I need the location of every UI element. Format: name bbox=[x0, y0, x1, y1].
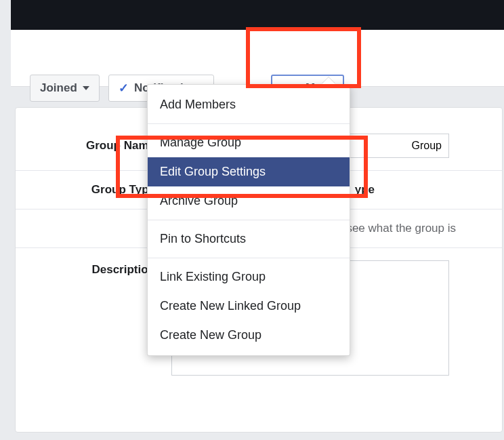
chevron-down-icon bbox=[83, 86, 89, 90]
check-icon: ✓ bbox=[119, 81, 129, 96]
menu-item-add-members[interactable]: Add Members bbox=[148, 90, 350, 119]
menu-item-manage-group[interactable]: Manage Group bbox=[148, 128, 350, 157]
menu-item-pin-to-shortcuts[interactable]: Pin to Shortcuts bbox=[148, 224, 350, 254]
menu-separator bbox=[148, 258, 350, 258]
menu-item-edit-group-settings[interactable]: Edit Group Settings bbox=[148, 157, 350, 186]
menu-separator bbox=[148, 123, 350, 124]
menu-item-create-new-group[interactable]: Create New Group bbox=[148, 321, 350, 350]
joined-button[interactable]: Joined bbox=[30, 75, 100, 102]
menu-caret-icon bbox=[322, 77, 335, 84]
more-dropdown: Add MembersManage GroupEdit Group Settin… bbox=[147, 84, 350, 356]
menu-item-archive-group[interactable]: Archive Group bbox=[148, 186, 350, 216]
top-bar bbox=[11, 0, 504, 30]
joined-label: Joined bbox=[40, 81, 77, 95]
menu-item-create-new-linked-group[interactable]: Create New Linked Group bbox=[148, 292, 350, 321]
menu-separator bbox=[148, 220, 350, 220]
action-bar: Joined ✓ Notifications ••• More bbox=[11, 30, 504, 87]
menu-item-link-existing-group[interactable]: Link Existing Group bbox=[148, 262, 350, 292]
